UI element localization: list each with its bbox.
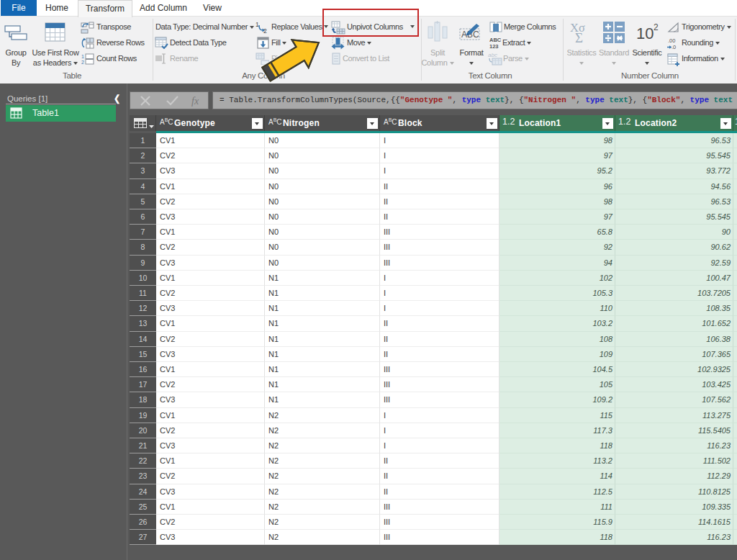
svg-text:2: 2 bbox=[654, 22, 659, 32]
svg-text:abc: abc bbox=[488, 52, 497, 58]
svg-text:1: 1 bbox=[81, 54, 84, 59]
svg-text:.00: .00 bbox=[668, 37, 675, 44]
svg-text:123: 123 bbox=[489, 43, 499, 50]
svg-text:.0: .0 bbox=[672, 44, 676, 50]
svg-text:10: 10 bbox=[636, 24, 654, 42]
svg-text:Σ: Σ bbox=[575, 30, 583, 44]
svg-text:2: 2 bbox=[81, 60, 84, 65]
svg-text:fx: fx bbox=[191, 96, 199, 107]
